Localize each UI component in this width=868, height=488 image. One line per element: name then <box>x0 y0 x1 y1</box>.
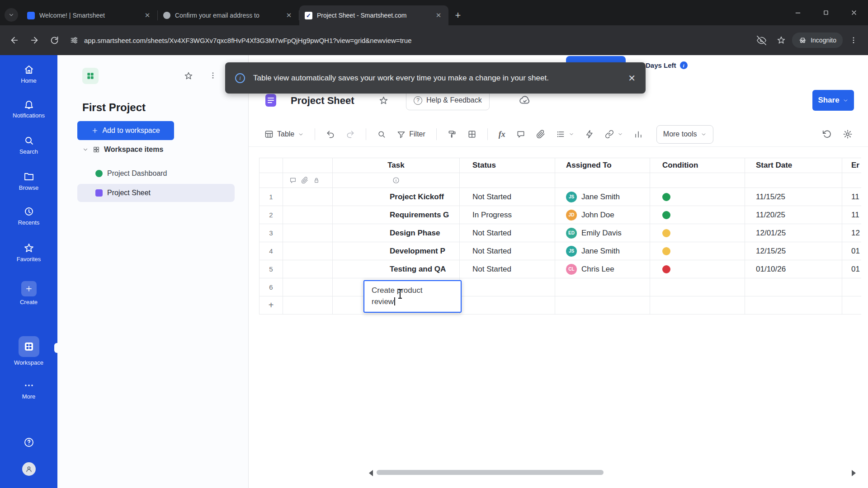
task-cell[interactable]: Requirements G <box>333 206 460 224</box>
condition-cell[interactable] <box>650 242 745 260</box>
assignee-cell[interactable]: JS Jane Smith <box>555 242 650 260</box>
history-icon[interactable] <box>822 129 832 139</box>
window-maximize-button[interactable] <box>812 0 840 25</box>
browser-menu-button[interactable] <box>844 31 863 49</box>
end-date-cell[interactable]: 01 <box>842 242 861 260</box>
status-cell[interactable]: Not Started <box>460 242 555 260</box>
add-row[interactable]: + <box>259 296 861 314</box>
task-cell[interactable]: Project Kickoff <box>333 188 460 206</box>
column-header-status[interactable]: Status <box>460 158 555 173</box>
start-date-cell[interactable] <box>745 278 842 296</box>
task-cell[interactable]: Development P <box>333 242 460 260</box>
table-row[interactable]: 3 Design Phase Not Started ED Emily Davi… <box>259 224 861 242</box>
automation-bolt-icon[interactable] <box>585 130 594 139</box>
add-row-plus[interactable]: + <box>259 296 283 314</box>
rail-item-workspace[interactable]: Workspace <box>0 336 57 366</box>
chart-icon[interactable] <box>634 130 643 139</box>
table-row[interactable]: 5 Testing and QA Not Started CL Chris Le… <box>259 260 861 278</box>
row-icon-cell[interactable] <box>283 206 333 224</box>
workspace-items-section[interactable]: Workspace items <box>82 145 163 154</box>
rail-item-favorites[interactable]: Favorites <box>0 243 57 263</box>
condition-cell[interactable] <box>650 260 745 278</box>
forward-button[interactable] <box>25 31 43 49</box>
rail-item-more[interactable]: More <box>0 380 57 400</box>
assignee-cell[interactable]: CL Chris Lee <box>555 260 650 278</box>
column-header-task[interactable]: Task <box>333 158 460 173</box>
workspace-badge-icon[interactable] <box>82 68 99 84</box>
comment-icon[interactable] <box>289 177 297 184</box>
toast-close-icon[interactable]: ✕ <box>628 73 636 84</box>
scroll-left-arrow[interactable] <box>369 470 373 476</box>
fill-color-icon[interactable] <box>448 130 457 139</box>
condition-cell[interactable] <box>650 278 745 296</box>
assignee-cell[interactable]: JS Jane Smith <box>555 188 650 206</box>
end-date-cell[interactable] <box>842 278 861 296</box>
info-icon[interactable]: i <box>680 61 688 69</box>
cell-format-icon[interactable] <box>467 130 476 139</box>
window-minimize-button[interactable] <box>784 0 812 25</box>
row-number[interactable]: 1 <box>259 188 283 206</box>
favorite-sheet-button[interactable] <box>379 96 388 107</box>
filter-button[interactable]: Filter <box>397 130 425 139</box>
rail-item-notifications[interactable]: Notifications <box>0 99 57 119</box>
browser-tab-active[interactable]: ✓ Project Sheet - Smartsheet.com ✕ <box>299 5 448 25</box>
url-bar[interactable]: app.smartsheet.com/sheets/Xv4XF3WGXv7qxc… <box>65 36 750 45</box>
workspace-menu-button[interactable] <box>209 71 217 81</box>
sidebar-item-project-sheet[interactable]: Project Sheet <box>77 184 235 202</box>
task-cell[interactable]: Testing and QA <box>333 260 460 278</box>
table-row[interactable]: 4 Development P Not Started JS Jane Smit… <box>259 242 861 260</box>
status-cell[interactable]: In Progress <box>460 206 555 224</box>
row-number[interactable]: 3 <box>259 224 283 242</box>
column-header-condition[interactable]: Condition <box>650 158 745 173</box>
more-tools-button[interactable]: More tools <box>656 125 713 144</box>
password-reveal-button[interactable] <box>752 31 770 49</box>
start-date-cell[interactable]: 11/15/25 <box>745 188 842 206</box>
help-button[interactable] <box>0 437 57 448</box>
status-cell[interactable] <box>460 278 555 296</box>
condition-cell[interactable] <box>650 206 745 224</box>
row-icon-cell[interactable] <box>283 188 333 206</box>
row-number[interactable]: 6 <box>259 278 283 296</box>
assignee-cell[interactable]: ED Emily Davis <box>555 224 650 242</box>
end-date-cell[interactable]: 11 <box>842 188 861 206</box>
status-cell[interactable]: Not Started <box>460 260 555 278</box>
view-switcher-button[interactable]: Table <box>264 130 304 139</box>
link-button[interactable] <box>605 130 623 139</box>
start-date-cell[interactable]: 11/20/25 <box>745 206 842 224</box>
tab-search-button[interactable] <box>5 8 18 22</box>
assignee-cell[interactable]: JD John Doe <box>555 206 650 224</box>
horizontal-scrollbar[interactable] <box>249 469 868 478</box>
url-text[interactable]: app.smartsheet.com/sheets/Xv4XF3WGXv7qxc… <box>84 37 411 44</box>
condition-cell[interactable] <box>650 224 745 242</box>
tab-close-icon[interactable]: ✕ <box>284 11 293 20</box>
undo-icon[interactable] <box>326 130 335 139</box>
column-header-end-date[interactable]: Er <box>842 158 861 173</box>
new-tab-button[interactable]: + <box>451 9 465 22</box>
end-date-cell[interactable]: 11 <box>842 206 861 224</box>
rail-item-create[interactable]: Create <box>0 281 57 305</box>
tab-close-icon[interactable]: ✕ <box>434 11 443 20</box>
assignee-cell[interactable] <box>555 278 650 296</box>
table-row[interactable]: 2 Requirements G In Progress JD John Doe… <box>259 206 861 224</box>
browser-tab-1[interactable]: Welcome! | Smartsheet ✕ <box>22 5 157 25</box>
row-number[interactable]: 2 <box>259 206 283 224</box>
sidebar-item-project-dashboard[interactable]: Project Dashboard <box>77 164 235 183</box>
column-header-start-date[interactable]: Start Date <box>745 158 842 173</box>
site-settings-icon[interactable] <box>70 36 79 45</box>
rail-item-browse[interactable]: Browse <box>0 171 57 191</box>
rail-item-home[interactable]: Home <box>0 64 57 84</box>
corner-cell[interactable] <box>259 158 283 173</box>
icon-column-header[interactable] <box>283 158 333 173</box>
browser-tab-2[interactable]: Confirm your email address to ✕ <box>158 5 299 25</box>
status-cell[interactable]: Not Started <box>460 188 555 206</box>
task-cell[interactable]: Design Phase <box>333 224 460 242</box>
bookmark-button[interactable] <box>772 31 790 49</box>
window-close-button[interactable] <box>840 0 868 25</box>
table-row-new[interactable]: 6 <box>259 278 861 296</box>
row-icon-cell[interactable] <box>283 224 333 242</box>
attachment-icon[interactable] <box>301 177 308 184</box>
row-number[interactable]: 4 <box>259 242 283 260</box>
reload-button[interactable] <box>45 31 63 49</box>
start-date-cell[interactable]: 12/15/25 <box>745 242 842 260</box>
rail-item-recents[interactable]: Recents <box>0 206 57 226</box>
